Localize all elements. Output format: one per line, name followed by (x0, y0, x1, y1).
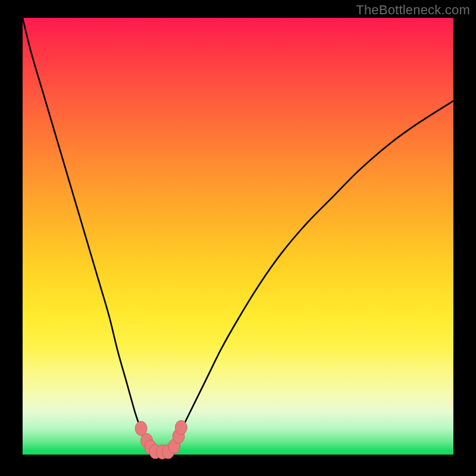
marker-group (135, 421, 187, 459)
watermark-text: TheBottleneck.com (356, 2, 470, 18)
curve-marker (175, 421, 187, 435)
bottleneck-curve (23, 18, 453, 453)
curve-layer (23, 18, 453, 455)
chart-frame: TheBottleneck.com (0, 0, 476, 476)
plot-area (23, 18, 453, 455)
